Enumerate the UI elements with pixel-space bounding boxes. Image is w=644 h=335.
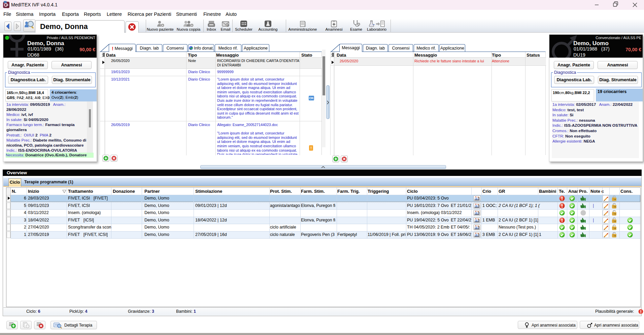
svg-text:@: @ — [227, 24, 229, 27]
